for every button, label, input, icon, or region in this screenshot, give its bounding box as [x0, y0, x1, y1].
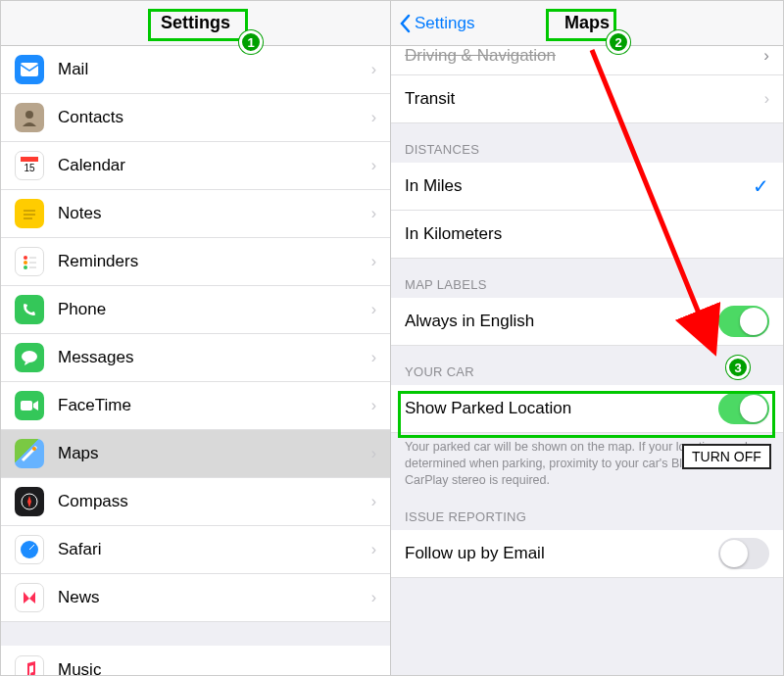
settings-row-calendar[interactable]: 15 Calendar ›: [1, 142, 390, 190]
highlight-settings-title: [148, 9, 248, 41]
settings-row-mail[interactable]: Mail ›: [1, 46, 390, 94]
chevron-right-icon: ›: [763, 46, 769, 66]
toggle-always-english[interactable]: [718, 306, 769, 337]
row-label: Mail: [58, 60, 371, 79]
svg-point-1: [25, 111, 33, 119]
row-label: Maps: [58, 444, 371, 463]
header-issue-reporting: ISSUE REPORTING: [391, 499, 783, 530]
toggle-knob: [740, 308, 767, 335]
settings-row-news[interactable]: News ›: [1, 574, 390, 622]
notes-icon: [15, 199, 44, 228]
maps-icon: [15, 439, 44, 468]
compass-icon: [15, 487, 44, 516]
label-turn-off: TURN OFF: [682, 444, 771, 469]
chevron-right-icon: ›: [371, 493, 376, 510]
chevron-right-icon: ›: [371, 205, 376, 222]
step-badge-3: 3: [726, 356, 750, 379]
back-button[interactable]: Settings: [399, 1, 474, 46]
highlight-maps-title: [546, 9, 616, 41]
svg-text:15: 15: [24, 163, 35, 173]
maps-settings-list[interactable]: Driving & Navigation › Transit › DISTANC…: [391, 46, 783, 675]
row-label: In Miles: [405, 176, 753, 196]
step-badge-2: 2: [607, 30, 630, 54]
row-label: In Kilometers: [405, 224, 769, 244]
back-label: Settings: [415, 14, 474, 33]
row-transit[interactable]: Transit ›: [391, 75, 783, 123]
mail-icon: [15, 55, 44, 84]
music-icon: [15, 655, 44, 676]
svg-rect-0: [21, 63, 38, 76]
row-label: Contacts: [58, 108, 371, 127]
chevron-right-icon: ›: [371, 253, 376, 270]
row-in-km[interactable]: In Kilometers: [391, 211, 783, 259]
settings-pane: Settings Mail › Contacts › 15 Calendar ›…: [1, 1, 391, 675]
row-label: Safari: [58, 540, 371, 559]
checkmark-icon: ✓: [753, 174, 769, 198]
svg-point-15: [32, 447, 36, 451]
row-label: Compass: [58, 492, 371, 511]
row-label: Notes: [58, 204, 371, 223]
row-label: Calendar: [58, 156, 371, 175]
header-map-labels: MAP LABELS: [391, 259, 783, 298]
row-label: News: [58, 588, 371, 607]
toggle-knob: [720, 540, 748, 567]
row-label: Reminders: [58, 252, 371, 271]
section-gap: [1, 622, 390, 646]
header-your-car: YOUR CAR: [391, 346, 783, 385]
chevron-right-icon: ›: [371, 589, 376, 606]
reminders-icon: [15, 247, 44, 276]
row-label: Transit: [405, 89, 764, 109]
row-label: FaceTime: [58, 396, 371, 415]
phone-icon: [15, 295, 44, 324]
settings-row-maps[interactable]: Maps ›: [1, 430, 390, 478]
svg-rect-14: [21, 401, 32, 410]
row-label: Always in English: [405, 312, 718, 331]
step-badge-1: 1: [239, 30, 263, 54]
row-label: Driving & Navigation: [405, 46, 763, 66]
news-icon: [15, 583, 44, 612]
settings-row-notes[interactable]: Notes ›: [1, 190, 390, 238]
settings-row-messages[interactable]: Messages ›: [1, 334, 390, 382]
chevron-right-icon: ›: [371, 61, 376, 78]
messages-icon: [15, 343, 44, 372]
chevron-right-icon: ›: [764, 90, 769, 108]
chevron-left-icon: [399, 14, 411, 33]
settings-list[interactable]: Mail › Contacts › 15 Calendar › Notes › …: [1, 46, 390, 675]
calendar-icon: 15: [15, 151, 44, 180]
svg-point-8: [24, 261, 27, 265]
settings-row-phone[interactable]: Phone ›: [1, 286, 390, 334]
svg-rect-2: [21, 157, 38, 162]
safari-icon: [15, 535, 44, 564]
row-in-miles[interactable]: In Miles ✓: [391, 163, 783, 211]
chevron-right-icon: ›: [371, 349, 376, 366]
screenshot-frame: Settings Mail › Contacts › 15 Calendar ›…: [0, 0, 784, 676]
maps-settings-pane: Settings Maps Driving & Navigation › Tra…: [391, 1, 783, 675]
chevron-right-icon: ›: [371, 445, 376, 462]
settings-row-music[interactable]: Music: [1, 646, 390, 675]
settings-row-safari[interactable]: Safari ›: [1, 526, 390, 574]
chevron-right-icon: ›: [371, 301, 376, 318]
svg-point-9: [24, 266, 27, 269]
chevron-right-icon: ›: [371, 109, 376, 126]
settings-row-compass[interactable]: Compass ›: [1, 478, 390, 526]
settings-row-facetime[interactable]: FaceTime ›: [1, 382, 390, 430]
svg-point-7: [24, 256, 27, 260]
svg-point-13: [22, 351, 37, 362]
row-always-english[interactable]: Always in English: [391, 298, 783, 346]
row-followup-email[interactable]: Follow up by Email: [391, 530, 783, 578]
facetime-icon: [15, 391, 44, 420]
chevron-right-icon: ›: [371, 157, 376, 174]
toggle-followup-email[interactable]: [718, 538, 769, 569]
highlight-show-parked-row: [398, 391, 775, 438]
header-distances: DISTANCES: [391, 123, 783, 163]
row-label: Follow up by Email: [405, 544, 718, 563]
contacts-icon: [15, 103, 44, 132]
row-label: Messages: [58, 348, 371, 367]
row-driving-navigation[interactable]: Driving & Navigation ›: [391, 46, 783, 75]
row-label: Phone: [58, 300, 371, 319]
row-label: Music: [58, 660, 376, 676]
chevron-right-icon: ›: [371, 397, 376, 414]
chevron-right-icon: ›: [371, 541, 376, 558]
settings-row-reminders[interactable]: Reminders ›: [1, 238, 390, 286]
settings-row-contacts[interactable]: Contacts ›: [1, 94, 390, 142]
